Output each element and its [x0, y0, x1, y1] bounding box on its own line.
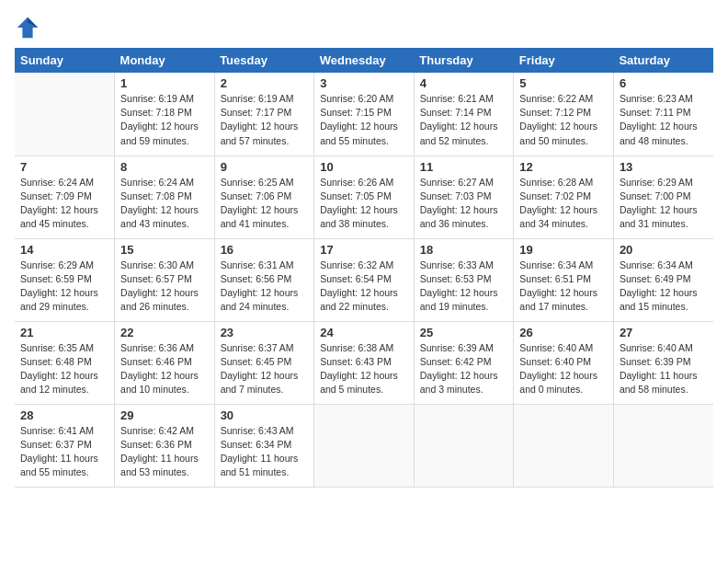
col-header-tuesday: Tuesday	[214, 48, 314, 73]
cell-info: Sunrise: 6:29 AM Sunset: 6:59 PM Dayligh…	[20, 259, 108, 315]
week-row-1: 1Sunrise: 6:19 AM Sunset: 7:18 PM Daylig…	[15, 73, 713, 155]
cell-info: Sunrise: 6:29 AM Sunset: 7:00 PM Dayligh…	[620, 176, 708, 232]
calendar-cell: 24Sunrise: 6:38 AM Sunset: 6:43 PM Dayli…	[314, 321, 415, 404]
calendar-cell: 29Sunrise: 6:42 AM Sunset: 6:36 PM Dayli…	[115, 404, 215, 487]
day-number: 3	[320, 76, 408, 90]
calendar-cell: 22Sunrise: 6:36 AM Sunset: 6:46 PM Dayli…	[115, 321, 215, 404]
calendar-cell: 14Sunrise: 6:29 AM Sunset: 6:59 PM Dayli…	[15, 238, 115, 321]
day-number: 23	[221, 326, 309, 339]
calendar-cell: 11Sunrise: 6:27 AM Sunset: 7:03 PM Dayli…	[414, 155, 514, 238]
cell-info: Sunrise: 6:28 AM Sunset: 7:02 PM Dayligh…	[519, 176, 608, 232]
cell-info: Sunrise: 6:40 AM Sunset: 6:40 PM Dayligh…	[519, 341, 608, 397]
cell-info: Sunrise: 6:39 AM Sunset: 6:42 PM Dayligh…	[420, 341, 508, 397]
day-number: 27	[620, 326, 708, 339]
calendar-cell	[414, 404, 514, 487]
cell-info: Sunrise: 6:37 AM Sunset: 6:45 PM Dayligh…	[221, 341, 309, 397]
cell-info: Sunrise: 6:32 AM Sunset: 6:54 PM Dayligh…	[320, 259, 408, 315]
day-number: 9	[221, 160, 309, 174]
col-header-friday: Friday	[514, 48, 614, 73]
calendar-cell: 1Sunrise: 6:19 AM Sunset: 7:18 PM Daylig…	[115, 73, 215, 155]
calendar-cell: 4Sunrise: 6:21 AM Sunset: 7:14 PM Daylig…	[414, 73, 514, 155]
cell-info: Sunrise: 6:40 AM Sunset: 6:39 PM Dayligh…	[620, 341, 708, 397]
logo	[15, 15, 44, 40]
day-number: 21	[20, 326, 108, 339]
cell-info: Sunrise: 6:26 AM Sunset: 7:05 PM Dayligh…	[320, 176, 408, 232]
cell-info: Sunrise: 6:43 AM Sunset: 6:34 PM Dayligh…	[221, 424, 309, 480]
calendar-cell: 27Sunrise: 6:40 AM Sunset: 6:39 PM Dayli…	[613, 321, 713, 404]
week-row-2: 7Sunrise: 6:24 AM Sunset: 7:09 PM Daylig…	[15, 155, 713, 238]
cell-info: Sunrise: 6:24 AM Sunset: 7:09 PM Dayligh…	[20, 176, 108, 232]
cell-info: Sunrise: 6:20 AM Sunset: 7:15 PM Dayligh…	[320, 92, 408, 148]
day-number: 7	[20, 160, 108, 174]
calendar-cell: 12Sunrise: 6:28 AM Sunset: 7:02 PM Dayli…	[514, 155, 614, 238]
day-number: 12	[519, 160, 608, 174]
day-number: 13	[620, 160, 708, 174]
calendar-cell: 7Sunrise: 6:24 AM Sunset: 7:09 PM Daylig…	[15, 155, 115, 238]
calendar-cell: 18Sunrise: 6:33 AM Sunset: 6:53 PM Dayli…	[414, 238, 514, 321]
cell-info: Sunrise: 6:33 AM Sunset: 6:53 PM Dayligh…	[420, 259, 508, 315]
cell-info: Sunrise: 6:24 AM Sunset: 7:08 PM Dayligh…	[120, 176, 209, 232]
calendar-cell: 5Sunrise: 6:22 AM Sunset: 7:12 PM Daylig…	[514, 73, 614, 155]
week-row-3: 14Sunrise: 6:29 AM Sunset: 6:59 PM Dayli…	[15, 238, 713, 321]
cell-info: Sunrise: 6:35 AM Sunset: 6:48 PM Dayligh…	[20, 341, 108, 397]
calendar-cell: 23Sunrise: 6:37 AM Sunset: 6:45 PM Dayli…	[214, 321, 314, 404]
cell-info: Sunrise: 6:21 AM Sunset: 7:14 PM Dayligh…	[420, 92, 508, 148]
cell-info: Sunrise: 6:38 AM Sunset: 6:43 PM Dayligh…	[320, 341, 408, 397]
calendar-cell: 3Sunrise: 6:20 AM Sunset: 7:15 PM Daylig…	[314, 73, 415, 155]
col-header-thursday: Thursday	[414, 48, 514, 73]
col-header-wednesday: Wednesday	[314, 48, 415, 73]
cell-info: Sunrise: 6:34 AM Sunset: 6:51 PM Dayligh…	[519, 259, 608, 315]
col-header-monday: Monday	[115, 48, 215, 73]
calendar-cell: 15Sunrise: 6:30 AM Sunset: 6:57 PM Dayli…	[115, 238, 215, 321]
day-number: 1	[120, 76, 209, 90]
week-row-5: 28Sunrise: 6:41 AM Sunset: 6:37 PM Dayli…	[15, 404, 713, 487]
cell-info: Sunrise: 6:31 AM Sunset: 6:56 PM Dayligh…	[221, 259, 309, 315]
day-number: 20	[620, 243, 708, 257]
logo-icon	[15, 15, 40, 40]
day-number: 25	[420, 326, 508, 339]
page-header	[15, 15, 713, 40]
calendar-cell: 2Sunrise: 6:19 AM Sunset: 7:17 PM Daylig…	[214, 73, 314, 155]
calendar-cell	[514, 404, 614, 487]
calendar-cell: 13Sunrise: 6:29 AM Sunset: 7:00 PM Dayli…	[613, 155, 713, 238]
day-number: 4	[420, 76, 508, 90]
calendar-cell: 17Sunrise: 6:32 AM Sunset: 6:54 PM Dayli…	[314, 238, 415, 321]
calendar-cell: 26Sunrise: 6:40 AM Sunset: 6:40 PM Dayli…	[514, 321, 614, 404]
day-number: 17	[320, 243, 408, 257]
calendar-cell	[15, 73, 115, 155]
calendar-cell: 16Sunrise: 6:31 AM Sunset: 6:56 PM Dayli…	[214, 238, 314, 321]
cell-info: Sunrise: 6:27 AM Sunset: 7:03 PM Dayligh…	[420, 176, 508, 232]
calendar-cell: 30Sunrise: 6:43 AM Sunset: 6:34 PM Dayli…	[214, 404, 314, 487]
day-number: 10	[320, 160, 408, 174]
cell-info: Sunrise: 6:41 AM Sunset: 6:37 PM Dayligh…	[20, 424, 108, 480]
day-number: 5	[519, 76, 608, 90]
calendar-cell: 20Sunrise: 6:34 AM Sunset: 6:49 PM Dayli…	[613, 238, 713, 321]
day-number: 16	[221, 243, 309, 257]
calendar-cell: 28Sunrise: 6:41 AM Sunset: 6:37 PM Dayli…	[15, 404, 115, 487]
col-header-saturday: Saturday	[613, 48, 713, 73]
cell-info: Sunrise: 6:19 AM Sunset: 7:17 PM Dayligh…	[221, 92, 309, 148]
day-number: 28	[20, 408, 108, 422]
calendar-cell	[314, 404, 415, 487]
cell-info: Sunrise: 6:30 AM Sunset: 6:57 PM Dayligh…	[120, 259, 209, 315]
cell-info: Sunrise: 6:25 AM Sunset: 7:06 PM Dayligh…	[221, 176, 309, 232]
calendar-header-row: SundayMondayTuesdayWednesdayThursdayFrid…	[15, 48, 713, 73]
day-number: 18	[420, 243, 508, 257]
day-number: 19	[519, 243, 608, 257]
day-number: 6	[620, 76, 708, 90]
day-number: 29	[120, 408, 209, 422]
week-row-4: 21Sunrise: 6:35 AM Sunset: 6:48 PM Dayli…	[15, 321, 713, 404]
cell-info: Sunrise: 6:22 AM Sunset: 7:12 PM Dayligh…	[519, 92, 608, 148]
day-number: 8	[120, 160, 209, 174]
cell-info: Sunrise: 6:23 AM Sunset: 7:11 PM Dayligh…	[620, 92, 708, 148]
day-number: 2	[221, 76, 309, 90]
day-number: 26	[519, 326, 608, 339]
calendar-cell: 8Sunrise: 6:24 AM Sunset: 7:08 PM Daylig…	[115, 155, 215, 238]
calendar-cell: 19Sunrise: 6:34 AM Sunset: 6:51 PM Dayli…	[514, 238, 614, 321]
calendar-table: SundayMondayTuesdayWednesdayThursdayFrid…	[15, 48, 713, 488]
cell-info: Sunrise: 6:19 AM Sunset: 7:18 PM Dayligh…	[120, 92, 209, 148]
day-number: 14	[20, 243, 108, 257]
col-header-sunday: Sunday	[15, 48, 115, 73]
calendar-cell: 6Sunrise: 6:23 AM Sunset: 7:11 PM Daylig…	[613, 73, 713, 155]
cell-info: Sunrise: 6:42 AM Sunset: 6:36 PM Dayligh…	[120, 424, 209, 480]
